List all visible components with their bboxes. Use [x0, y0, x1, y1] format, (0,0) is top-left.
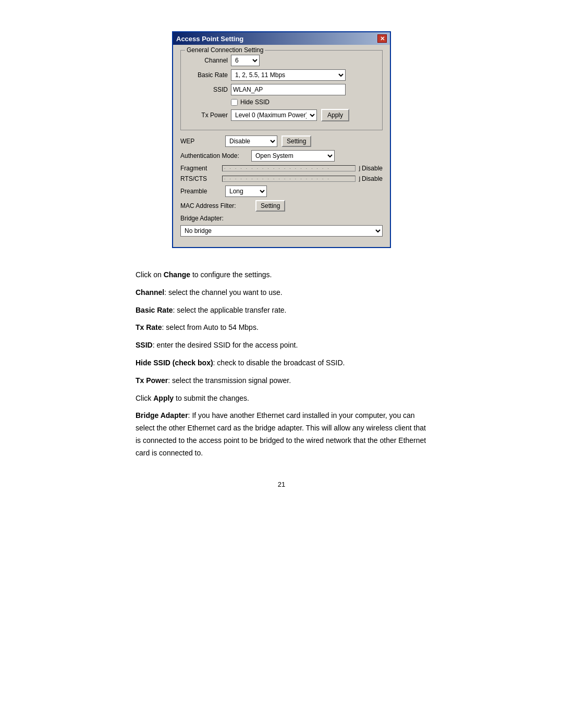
basic-rate-select[interactable]: 1, 2, 5.5, 11 Mbps 1, 2 Mbps All: [231, 69, 346, 81]
fragment-slider[interactable]: · · · · · · · · · · · · · · · · · · · ·: [222, 165, 356, 171]
rts-cts-slider[interactable]: · · · · · · · · · · · · · · · · · · · ·: [222, 176, 356, 182]
dialog-close-button[interactable]: ✕: [377, 34, 387, 43]
wep-select[interactable]: Disable 64 bit 128 bit: [225, 135, 277, 147]
dialog-titlebar: Access Point Setting ✕: [173, 32, 390, 45]
preamble-select[interactable]: Long Short: [225, 186, 267, 197]
apply-paragraph: Click Apply to submit the changes.: [136, 392, 427, 405]
auth-mode-row: Authentication Mode: Open System Shared …: [180, 150, 383, 162]
mac-setting-button[interactable]: Setting: [255, 200, 285, 212]
channel-row: Channel 6 12345 7891011: [186, 55, 377, 66]
access-point-dialog: Access Point Setting ✕ General Connectio…: [172, 31, 391, 248]
ssid-row: SSID: [186, 84, 377, 95]
channel-label: Channel: [186, 57, 228, 64]
bridge-select-row: No bridge: [180, 225, 383, 237]
page-number: 21: [42, 480, 521, 488]
wep-row: WEP Disable 64 bit 128 bit Setting: [180, 135, 383, 147]
fragment-disable: ⌋ Disable: [358, 165, 383, 172]
basic-rate-label: Basic Rate: [186, 71, 228, 79]
hide-ssid-row: Hide SSID: [186, 98, 377, 106]
apply-button[interactable]: Apply: [321, 109, 349, 121]
bridge-adapter-label: Bridge Adapter:: [180, 215, 224, 222]
bridge-select[interactable]: No bridge: [180, 225, 383, 237]
rts-cts-label: RTS/CTS: [180, 175, 222, 182]
rts-cts-disable: ⌋ Disable: [358, 175, 383, 182]
general-connection-group: General Connection Setting Channel 6 123…: [180, 50, 383, 130]
hide-ssid-checkbox[interactable]: [231, 99, 238, 106]
dialog-title: Access Point Setting: [176, 35, 243, 43]
preamble-row: Preamble Long Short: [180, 186, 383, 197]
bridge-paragraph: Bridge Adapter: If you have another Ethe…: [136, 410, 427, 459]
ssid-input[interactable]: [231, 84, 346, 95]
rts-end-marker: ⌋: [358, 176, 360, 182]
preamble-label: Preamble: [180, 188, 222, 195]
intro-paragraph: Click on Change to configure the setting…: [136, 269, 427, 281]
tx-power-select[interactable]: Level 0 (Maximum Power) Level 1 Level 2 …: [231, 109, 317, 121]
group-legend: General Connection Setting: [185, 46, 265, 54]
fragment-row: Fragment · · · · · · · · · · · · · · · ·…: [180, 165, 383, 172]
wep-label: WEP: [180, 138, 222, 145]
mac-filter-row: MAC Address Filter: Setting: [180, 200, 383, 212]
fragment-label: Fragment: [180, 165, 222, 172]
bridge-adapter-label-row: Bridge Adapter:: [180, 215, 383, 222]
auth-mode-label: Authentication Mode:: [180, 152, 248, 159]
channel-paragraph: Channel: select the channel you want to …: [136, 287, 427, 299]
tx-power-label: Tx Power: [186, 112, 228, 119]
hide-ssid-paragraph: Hide SSID (check box): check to disable …: [136, 357, 427, 369]
channel-select[interactable]: 6 12345 7891011: [231, 55, 260, 66]
basic-rate-row: Basic Rate 1, 2, 5.5, 11 Mbps 1, 2 Mbps …: [186, 69, 377, 81]
body-content: Click on Change to configure the setting…: [136, 269, 427, 465]
mac-filter-label: MAC Address Filter:: [180, 202, 248, 209]
hide-ssid-label: Hide SSID: [240, 98, 270, 106]
fragment-end-marker: ⌋: [358, 165, 360, 171]
dialog-body: General Connection Setting Channel 6 123…: [173, 45, 390, 247]
basic-rate-paragraph: Basic Rate: select the applicable transf…: [136, 304, 427, 317]
tx-rate-paragraph: Tx Rate: select from Auto to 54 Mbps.: [136, 322, 427, 334]
auth-mode-select[interactable]: Open System Shared Key Auto: [251, 150, 335, 162]
rts-cts-row: RTS/CTS · · · · · · · · · · · · · · · · …: [180, 175, 383, 182]
ssid-paragraph: SSID: enter the desired SSID for the acc…: [136, 339, 427, 352]
ssid-label: SSID: [186, 86, 228, 93]
wep-setting-button[interactable]: Setting: [282, 135, 311, 147]
tx-power-paragraph: Tx Power: select the transmission signal…: [136, 375, 427, 387]
tx-power-row: Tx Power Level 0 (Maximum Power) Level 1…: [186, 109, 377, 121]
